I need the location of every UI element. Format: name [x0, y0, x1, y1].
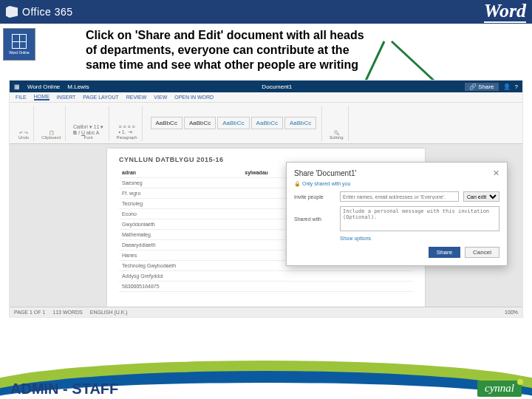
tab-pagelayout[interactable]: PAGE LAYOUT [83, 95, 118, 100]
ribbon-tabs: FILE HOME INSERT PAGE LAYOUT REVIEW VIEW… [10, 92, 522, 103]
tab-view[interactable]: VIEW [154, 95, 167, 100]
suite-name: Office 365 [22, 6, 73, 18]
user-avatar-icon[interactable]: 👤 [503, 83, 511, 90]
style-heading1: AaBbCc [217, 117, 249, 129]
style-normal: AaBbCc [151, 117, 183, 129]
cancel-button[interactable]: Cancel [465, 247, 499, 258]
table-row: Addysg Grefyddol [119, 271, 413, 282]
shared-with-label: Shared with [294, 216, 335, 222]
document-title: Document1 [262, 83, 292, 90]
status-zoom: 100% [505, 310, 518, 315]
permission-select[interactable]: Can edit [463, 191, 499, 202]
word-online-screenshot: ▦ Word Online M.Lewis Document1 🔗 Share … [9, 80, 523, 318]
invite-label: Invite people [294, 194, 335, 200]
office365-logo: Office 365 [6, 6, 73, 18]
tab-home[interactable]: HOME [34, 94, 50, 100]
suite-header: Office 365 Word [0, 0, 532, 24]
ribbon-group-undo[interactable]: ↶ ↷Undo [14, 106, 34, 141]
style-heading2: AaBbCc [251, 117, 283, 129]
share-dialog: Share 'Document1' ✕ 🔒 Only shared with y… [286, 162, 508, 266]
style-nospacing: AaBbCc [184, 117, 216, 129]
ribbon-group-editing[interactable]: 🔍Editing [325, 106, 348, 141]
instruction-row: Word Online Click on 'Share and Edit' do… [0, 24, 532, 78]
help-button[interactable]: ? [515, 83, 518, 90]
ribbon: ↶ ↷Undo 📋Clipboard Calibri ▾ 11 ▾B I U a… [10, 103, 522, 144]
cynnal-logo: cynnal [477, 381, 522, 397]
word-tile-caption: Word Online [9, 50, 30, 55]
table-row: 5830005164875 [119, 282, 413, 292]
ribbon-group-font[interactable]: Calibri ▾ 11 ▾B I U abc AFont [69, 106, 109, 141]
ribbon-group-styles[interactable]: AaBbCc AaBbCc AaBbCc AaBbCc AaBbCc [146, 106, 323, 141]
word-icon [12, 34, 27, 49]
instruction-text: Click on 'Share and Edit' document with … [49, 28, 366, 72]
tab-file[interactable]: FILE [16, 95, 27, 100]
invite-people-input[interactable] [340, 191, 459, 202]
tab-openinword[interactable]: OPEN IN WORD [174, 95, 214, 100]
ribbon-group-clipboard[interactable]: 📋Clipboard [37, 106, 66, 141]
style-heading3: AaBbCc [284, 117, 316, 129]
ribbon-group-paragraph[interactable]: ≡ ≡ ≡ ≡• 1. ⇥Paragraph [112, 106, 143, 141]
wordonline-titlebar: ▦ Word Online M.Lewis Document1 🔗 Share … [10, 81, 522, 92]
invite-message-input[interactable] [340, 206, 499, 231]
word-online-tile: Word Online [3, 28, 35, 61]
footer-label: ADMIN - STAFF [10, 381, 118, 398]
tab-review[interactable]: REVIEW [126, 95, 147, 100]
user-name: M.Lewis [67, 83, 89, 90]
share-dialog-title: Share 'Document1' [294, 169, 356, 177]
show-options-link[interactable]: Show options [340, 236, 499, 241]
status-words: 113 WORDS [52, 310, 82, 315]
office-icon [6, 6, 18, 18]
statusbar: PAGE 1 OF 1 113 WORDS ENGLISH (U.K.) 100… [10, 307, 522, 317]
status-page: PAGE 1 OF 1 [14, 310, 45, 315]
grid-icon[interactable]: ▦ [14, 83, 20, 90]
share-confirm-button[interactable]: Share [429, 247, 460, 258]
slide-title: Word [484, 1, 526, 23]
status-lang: ENGLISH (U.K.) [90, 310, 128, 315]
app-name: Word Online [27, 83, 60, 90]
close-icon[interactable]: ✕ [493, 168, 499, 178]
slide-footer: ADMIN - STAFF cynnal [0, 353, 532, 399]
share-button[interactable]: 🔗 Share [465, 83, 499, 91]
tab-insert[interactable]: INSERT [57, 95, 76, 100]
share-scope: 🔒 Only shared with you [294, 181, 499, 187]
